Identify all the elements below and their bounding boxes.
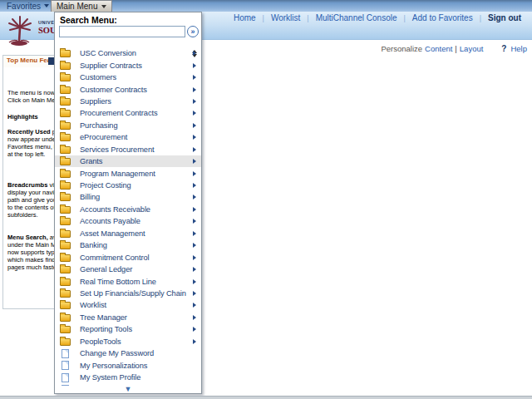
menu-item-label: Project Costing [80, 181, 190, 190]
top-nav-link-multichannel-console[interactable]: MultiChannel Console [316, 13, 397, 22]
nav-separator: | [263, 14, 264, 22]
folder-icon [60, 254, 71, 262]
submenu-arrow-icon [193, 51, 196, 56]
submenu-arrow-icon [193, 135, 196, 140]
top-nav-link-home[interactable]: Home [234, 13, 256, 22]
submenu-arrow-icon [193, 207, 196, 212]
menu-item-worklist[interactable]: Worklist [55, 299, 201, 311]
menu-item-my-system-profile[interactable]: My System Profile [55, 372, 201, 383]
main-menu-button[interactable]: Main Menu [51, 0, 112, 12]
folder-icon [60, 158, 71, 165]
nav-separator: | [404, 14, 406, 22]
menu-item-label: Procurement Contracts [80, 109, 190, 117]
submenu-arrow-icon [193, 111, 196, 116]
folder-icon [60, 230, 71, 238]
menu-item-customer-contracts[interactable]: Customer Contracts [55, 83, 201, 95]
top-nav: Home|Worklist|MultiChannel Console|Add t… [227, 13, 528, 22]
menu-item-label: Grants [80, 157, 190, 165]
submenu-arrow-icon [193, 147, 196, 152]
menu-item-billing[interactable]: Billing [55, 191, 201, 203]
folder-icon [60, 86, 71, 94]
top-nav-link-sign-out[interactable]: Sign out [488, 13, 521, 22]
menu-item-label: Customers [80, 73, 190, 81]
top-nav-link-worklist[interactable]: Worklist [271, 13, 300, 22]
chevron-down-icon [44, 4, 49, 7]
folder-icon [60, 218, 71, 225]
menu-item-customers[interactable]: Customers [55, 71, 201, 83]
submenu-arrow-icon [193, 63, 196, 68]
help-question-icon[interactable]: ? [501, 44, 506, 53]
chevron-down-icon [101, 5, 106, 8]
menu-item-label: Accounts Receivable [80, 205, 190, 214]
submenu-arrow-icon [193, 99, 196, 104]
search-go-button[interactable]: » [187, 26, 199, 37]
folder-icon [60, 242, 71, 249]
palmetto-tree-icon [4, 12, 36, 47]
submenu-arrow-icon [193, 219, 196, 224]
menu-search-input[interactable] [59, 26, 185, 37]
folder-icon [60, 182, 71, 190]
menu-item-asset-management[interactable]: Asset Management [55, 228, 201, 239]
submenu-arrow-icon [193, 303, 196, 308]
bottom-scrollbar-strip[interactable] [0, 396, 532, 399]
personalize-layout-link[interactable]: Layout [460, 44, 484, 53]
submenu-arrow-icon [193, 243, 196, 248]
menu-item-supplier-contracts[interactable]: Supplier Contracts [55, 59, 201, 71]
help-link[interactable]: Help [510, 44, 527, 53]
folder-icon [60, 266, 71, 273]
menu-item-tree-manager[interactable]: Tree Manager [55, 312, 201, 323]
folder-icon [60, 74, 71, 81]
folder-icon [60, 278, 71, 286]
menu-item-label: Suppliers [80, 97, 190, 106]
menu-item-eprocurement[interactable]: eProcurement [55, 131, 201, 143]
menu-item-label: USC Conversion [80, 49, 190, 57]
menu-item-project-costing[interactable]: Project Costing [55, 180, 201, 191]
menu-item-program-management[interactable]: Program Management [55, 167, 201, 179]
favorites-menu-button[interactable]: Favorites [7, 0, 49, 12]
menu-item-accounts-payable[interactable]: Accounts Payable [55, 215, 201, 227]
folder-icon [60, 302, 71, 309]
favorites-label: Favorites [7, 2, 41, 11]
menu-item-label: Billing [80, 193, 190, 201]
menu-item-set-up-financials-supply-chain[interactable]: Set Up Financials/Supply Chain [55, 288, 201, 299]
menu-item-my-personalizations[interactable]: My Personalizations [55, 359, 201, 371]
folder-icon [60, 146, 71, 154]
submenu-arrow-icon [193, 315, 196, 320]
menu-item-label: Supplier Contracts [80, 62, 190, 70]
menu-item-general-ledger[interactable]: General Ledger [55, 264, 201, 275]
submenu-arrow-icon [193, 123, 196, 128]
submenu-arrow-icon [193, 255, 196, 260]
menu-item-label: Real Time Bottom Line [80, 278, 190, 286]
menu-list: USC ConversionSupplier ContractsCustomer… [55, 47, 201, 394]
menu-item-suppliers[interactable]: Suppliers [55, 96, 201, 107]
menu-item-label: Services Procurement [80, 145, 190, 154]
folder-icon [60, 290, 71, 298]
folder-icon [60, 122, 71, 130]
menu-item-purchasing[interactable]: Purchasing [55, 120, 201, 131]
menu-item-usc-conversion[interactable]: USC Conversion [55, 47, 201, 59]
menu-item-label: eProcurement [80, 133, 190, 141]
nav-separator: | [480, 14, 481, 22]
menu-item-label: PeopleTools [80, 337, 190, 346]
menu-item-accounts-receivable[interactable]: Accounts Receivable [55, 204, 201, 215]
personalize-label: Personalize [381, 44, 422, 53]
menu-item-reporting-tools[interactable]: Reporting Tools [55, 323, 201, 335]
menu-item-label: My Personalizations [80, 362, 196, 370]
personalize-content-link[interactable]: Content [425, 44, 452, 53]
menu-item-label: Customer Contracts [80, 86, 190, 94]
menu-item-banking[interactable]: Banking [55, 239, 201, 251]
menu-item-grants[interactable]: Grants [55, 155, 201, 167]
menu-item-real-time-bottom-line[interactable]: Real Time Bottom Line [55, 275, 201, 287]
page-icon [62, 349, 69, 358]
folder-icon [60, 326, 71, 333]
search-row: » [59, 26, 199, 37]
page-icon [62, 373, 69, 382]
top-nav-link-add-to-favorites[interactable]: Add to Favorites [412, 13, 473, 22]
menu-item-peopletools[interactable]: PeopleTools [55, 336, 201, 347]
menu-scroll-down-arrow[interactable]: ▼ [55, 386, 201, 393]
menu-item-services-procurement[interactable]: Services Procurement [55, 144, 201, 155]
menu-item-procurement-contracts[interactable]: Procurement Contracts [55, 107, 201, 119]
folder-icon [60, 50, 71, 57]
menu-item-commitment-control[interactable]: Commitment Control [55, 251, 201, 263]
menu-item-change-my-password[interactable]: Change My Password [55, 347, 201, 359]
